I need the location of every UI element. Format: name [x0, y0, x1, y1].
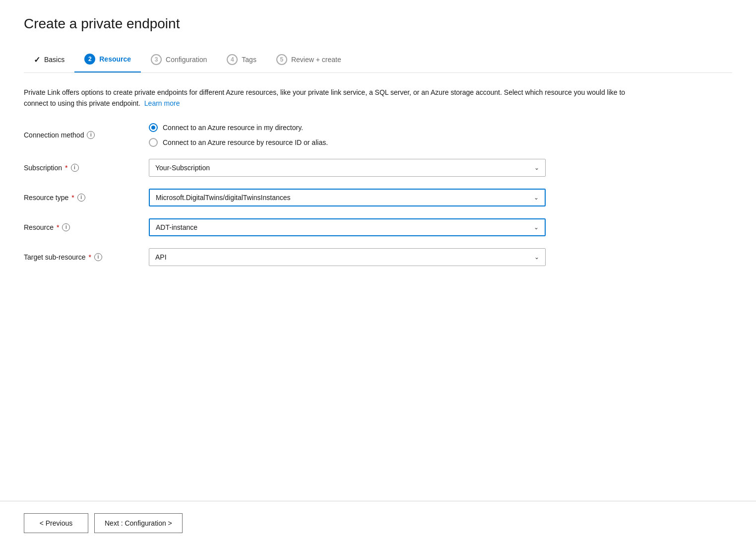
radio-directory-label: Connect to an Azure resource in my direc…: [163, 124, 303, 132]
radio-resource-id-label: Connect to an Azure resource by resource…: [163, 138, 328, 146]
resource-info-icon[interactable]: i: [62, 223, 70, 231]
tab-tags-label: Tags: [242, 56, 256, 64]
resource-chevron-icon: ⌄: [534, 224, 539, 231]
tab-review-create-number: 5: [276, 54, 287, 65]
resource-type-control: Microsoft.DigitalTwins/digitalTwinsInsta…: [149, 189, 546, 206]
radio-directory-dot: [151, 126, 155, 130]
resource-row: Resource * i ADT-instance ⌄: [24, 218, 644, 236]
connection-method-label: Connection method i: [24, 131, 133, 139]
form-section: Connection method i Connect to an Azure …: [24, 123, 644, 266]
target-sub-resource-required-star: *: [89, 253, 91, 261]
resource-type-dropdown[interactable]: Microsoft.DigitalTwins/digitalTwinsInsta…: [149, 189, 546, 206]
tab-basics-check-icon: ✓: [34, 55, 40, 65]
bottom-nav: < Previous Next : Configuration >: [0, 501, 756, 545]
target-sub-resource-label: Target sub-resource * i: [24, 253, 133, 261]
radio-resource-id-input: [149, 138, 158, 147]
connection-method-radio-group: Connect to an Azure resource in my direc…: [149, 123, 546, 147]
subscription-control: Your-Subscription ⌄: [149, 159, 546, 177]
subscription-chevron-icon: ⌄: [534, 164, 539, 171]
tabs-row: ✓ Basics 2 Resource 3 Configuration 4 Ta…: [24, 48, 732, 73]
radio-connect-directory[interactable]: Connect to an Azure resource in my direc…: [149, 123, 546, 132]
tab-basics-label: Basics: [44, 56, 64, 64]
tab-basics[interactable]: ✓ Basics: [24, 49, 74, 71]
connection-method-info-icon[interactable]: i: [87, 131, 95, 139]
target-sub-resource-row: Target sub-resource * i API ⌄: [24, 248, 644, 266]
tab-review-create-label: Review + create: [291, 56, 341, 64]
tab-tags-number: 4: [227, 54, 238, 65]
tab-resource-label: Resource: [99, 55, 131, 63]
resource-required-star: *: [57, 223, 59, 231]
target-sub-resource-chevron-icon: ⌄: [534, 254, 539, 261]
subscription-label: Subscription * i: [24, 164, 133, 172]
target-sub-resource-control: API ⌄: [149, 248, 546, 266]
radio-connect-resource-id[interactable]: Connect to an Azure resource by resource…: [149, 138, 546, 147]
tab-configuration-label: Configuration: [166, 56, 207, 64]
resource-label: Resource * i: [24, 223, 133, 231]
connection-method-row: Connection method i Connect to an Azure …: [24, 123, 644, 147]
resource-value: ADT-instance: [156, 223, 197, 231]
radio-directory-input: [149, 123, 158, 132]
connection-method-controls: Connect to an Azure resource in my direc…: [149, 123, 546, 147]
tab-review-create[interactable]: 5 Review + create: [266, 48, 351, 72]
subscription-info-icon[interactable]: i: [71, 164, 79, 172]
resource-type-required-star: *: [71, 194, 74, 202]
target-sub-resource-value: API: [155, 253, 167, 261]
tab-resource-number: 2: [84, 54, 95, 65]
target-sub-resource-dropdown[interactable]: API ⌄: [149, 248, 546, 266]
resource-type-row: Resource type * i Microsoft.DigitalTwins…: [24, 189, 644, 206]
subscription-row: Subscription * i Your-Subscription ⌄: [24, 159, 644, 177]
subscription-required-star: *: [65, 164, 67, 172]
tab-configuration-number: 3: [151, 54, 162, 65]
page-title: Create a private endpoint: [24, 16, 732, 32]
next-button[interactable]: Next : Configuration >: [94, 513, 183, 533]
subscription-value: Your-Subscription: [155, 164, 210, 172]
description-text: Private Link offers options to create pr…: [24, 87, 644, 109]
resource-control: ADT-instance ⌄: [149, 218, 546, 236]
tab-resource[interactable]: 2 Resource: [74, 48, 141, 72]
resource-type-chevron-icon: ⌄: [534, 194, 539, 201]
resource-type-label: Resource type * i: [24, 194, 133, 202]
tab-configuration[interactable]: 3 Configuration: [141, 48, 217, 72]
learn-more-link[interactable]: Learn more: [144, 99, 180, 107]
subscription-dropdown[interactable]: Your-Subscription ⌄: [149, 159, 546, 177]
resource-type-value: Microsoft.DigitalTwins/digitalTwinsInsta…: [156, 194, 291, 202]
target-sub-resource-info-icon[interactable]: i: [94, 253, 102, 261]
previous-button[interactable]: < Previous: [24, 513, 88, 533]
resource-type-info-icon[interactable]: i: [77, 194, 85, 202]
tab-tags[interactable]: 4 Tags: [217, 48, 266, 72]
resource-dropdown[interactable]: ADT-instance ⌄: [149, 218, 546, 236]
